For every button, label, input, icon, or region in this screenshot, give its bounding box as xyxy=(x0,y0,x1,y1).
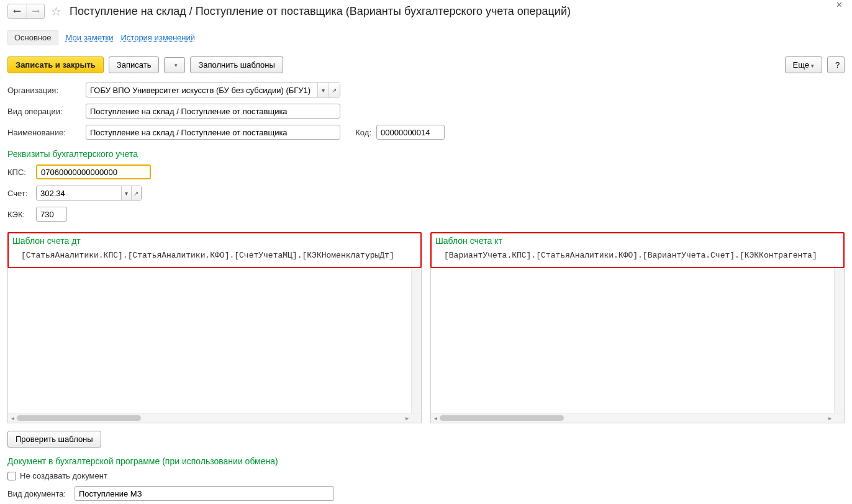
account-input[interactable] xyxy=(37,186,121,200)
template-kt-panel: Шаблон счета кт [ВариантУчета.КПС].[Стат… xyxy=(430,232,845,268)
name-label: Наименование: xyxy=(7,128,81,137)
back-button[interactable]: 🠔 xyxy=(8,4,26,18)
code-input[interactable] xyxy=(377,125,444,139)
scroll-thumb[interactable] xyxy=(17,415,141,421)
template-kt-scrollarea[interactable]: ◂ ▸ xyxy=(430,268,845,423)
tab-notes[interactable]: Мои заметки xyxy=(66,33,114,42)
document-actions-button[interactable] xyxy=(164,57,185,73)
more-button[interactable]: Еще xyxy=(785,56,822,73)
org-input[interactable] xyxy=(86,83,317,97)
kek-input[interactable] xyxy=(37,207,66,221)
scroll-right-icon[interactable]: ▸ xyxy=(402,413,411,423)
op-type-label: Вид операции: xyxy=(7,107,81,116)
page-title: Поступление на склад / Поступление от по… xyxy=(67,5,830,18)
favorite-icon[interactable]: ☆ xyxy=(48,4,63,19)
template-dt-scrollarea[interactable]: ◂ ▸ xyxy=(7,268,422,423)
scroll-right-icon[interactable]: ▸ xyxy=(825,413,834,423)
scroll-thumb[interactable] xyxy=(440,415,564,421)
check-templates-button[interactable]: Проверить шаблоны xyxy=(7,431,101,448)
doc-type-label: Вид документа: xyxy=(7,489,70,498)
template-kt-title: Шаблон счета кт xyxy=(432,233,843,247)
close-icon[interactable]: × xyxy=(834,0,845,11)
help-button[interactable]: ? xyxy=(827,56,845,73)
template-dt-panel: Шаблон счета дт [СтатьяАналитики.КПС].[С… xyxy=(7,232,422,268)
vertical-scrollbar[interactable] xyxy=(834,268,844,413)
save-close-button[interactable]: Записать и закрыть xyxy=(7,56,104,73)
accounting-section-title: Реквизиты бухгалтерского учета xyxy=(7,143,845,161)
account-open-icon[interactable]: ↗ xyxy=(131,186,141,200)
account-dropdown-icon[interactable]: ▾ xyxy=(121,186,131,200)
org-label: Организация: xyxy=(7,86,81,95)
name-input[interactable] xyxy=(86,125,340,139)
doc-section-title: Документ в бухгалтерской программе (при … xyxy=(7,450,845,469)
tab-main[interactable]: Основное xyxy=(7,30,58,45)
code-label: Код: xyxy=(345,128,371,137)
no-create-doc-label: Не создавать документ xyxy=(20,471,107,480)
account-label: Счет: xyxy=(7,189,31,198)
fill-templates-button[interactable]: Заполнить шаблоны xyxy=(190,56,283,73)
scroll-left-icon[interactable]: ◂ xyxy=(8,413,17,423)
save-button[interactable]: Записать xyxy=(109,56,160,73)
vertical-scrollbar[interactable] xyxy=(411,268,421,413)
scroll-left-icon[interactable]: ◂ xyxy=(431,413,440,423)
no-create-doc-checkbox[interactable] xyxy=(7,472,16,480)
doc-type-input[interactable] xyxy=(75,487,333,500)
kek-label: КЭК: xyxy=(7,210,31,219)
kps-input[interactable] xyxy=(37,166,150,178)
template-dt-body[interactable]: [СтатьяАналитики.КПС].[СтатьяАналитики.К… xyxy=(9,247,420,266)
forward-button[interactable]: 🠖 xyxy=(26,4,44,18)
org-open-icon[interactable]: ↗ xyxy=(329,83,340,97)
tab-history[interactable]: История изменений xyxy=(121,33,196,42)
op-type-input[interactable] xyxy=(86,104,340,118)
org-dropdown-icon[interactable]: ▾ xyxy=(317,83,329,97)
nav-btn-group: 🠔 🠖 xyxy=(7,4,45,19)
template-kt-body[interactable]: [ВариантУчета.КПС].[СтатьяАналитики.КФО]… xyxy=(432,247,843,266)
template-dt-title: Шаблон счета дт xyxy=(9,233,420,247)
kps-label: КПС: xyxy=(7,168,31,177)
